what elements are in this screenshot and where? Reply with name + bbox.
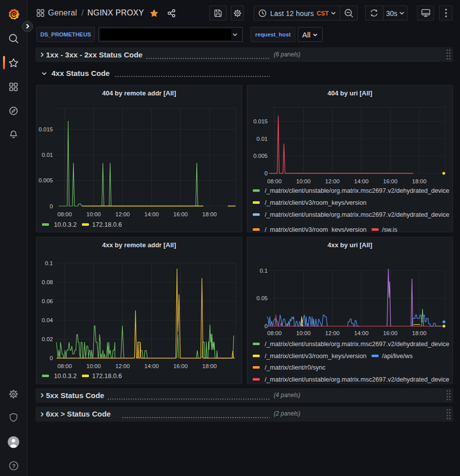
svg-text:0.015: 0.015 bbox=[253, 118, 268, 124]
svg-text:0.05: 0.05 bbox=[257, 295, 268, 301]
svg-text:14:00: 14:00 bbox=[144, 211, 159, 217]
svg-text:08:00: 08:00 bbox=[267, 178, 282, 184]
svg-text:0.005: 0.005 bbox=[38, 177, 53, 183]
svg-text:18:00: 18:00 bbox=[412, 178, 427, 184]
svg-text:0.1: 0.1 bbox=[45, 260, 53, 266]
svg-text:0.01: 0.01 bbox=[257, 136, 268, 142]
svg-text:10:00: 10:00 bbox=[296, 330, 311, 336]
svg-text:18:00: 18:00 bbox=[412, 330, 427, 336]
svg-text:08:00: 08:00 bbox=[57, 211, 72, 217]
svg-text:0.005: 0.005 bbox=[253, 153, 268, 159]
svg-text:0.01: 0.01 bbox=[42, 152, 53, 158]
svg-text:12:00: 12:00 bbox=[115, 363, 130, 369]
svg-text:0.1: 0.1 bbox=[260, 268, 268, 274]
svg-text:10:00: 10:00 bbox=[296, 178, 311, 184]
svg-text:12:00: 12:00 bbox=[325, 178, 340, 184]
svg-text:0.02: 0.02 bbox=[42, 336, 53, 342]
svg-text:16:00: 16:00 bbox=[383, 330, 398, 336]
svg-text:08:00: 08:00 bbox=[57, 363, 72, 369]
svg-text:16:00: 16:00 bbox=[173, 363, 188, 369]
svg-text:?: ? bbox=[12, 463, 15, 469]
svg-text:12:00: 12:00 bbox=[325, 330, 340, 336]
svg-text:10:00: 10:00 bbox=[86, 211, 101, 217]
svg-text:14:00: 14:00 bbox=[144, 363, 159, 369]
svg-text:18:00: 18:00 bbox=[202, 211, 217, 217]
svg-text:16:00: 16:00 bbox=[383, 178, 398, 184]
svg-text:14:00: 14:00 bbox=[354, 178, 369, 184]
svg-text:14:00: 14:00 bbox=[354, 330, 369, 336]
svg-text:18:00: 18:00 bbox=[202, 363, 217, 369]
svg-text:0: 0 bbox=[50, 203, 53, 209]
svg-text:0: 0 bbox=[50, 355, 53, 361]
svg-text:10:00: 10:00 bbox=[86, 363, 101, 369]
svg-text:0.06: 0.06 bbox=[42, 298, 53, 304]
svg-text:0.08: 0.08 bbox=[42, 279, 53, 285]
svg-text:08:00: 08:00 bbox=[267, 330, 282, 336]
svg-text:12:00: 12:00 bbox=[115, 211, 130, 217]
svg-text:0.015: 0.015 bbox=[38, 126, 53, 132]
svg-text:0: 0 bbox=[265, 170, 268, 176]
svg-text:0.04: 0.04 bbox=[42, 317, 53, 323]
svg-text:16:00: 16:00 bbox=[173, 211, 188, 217]
